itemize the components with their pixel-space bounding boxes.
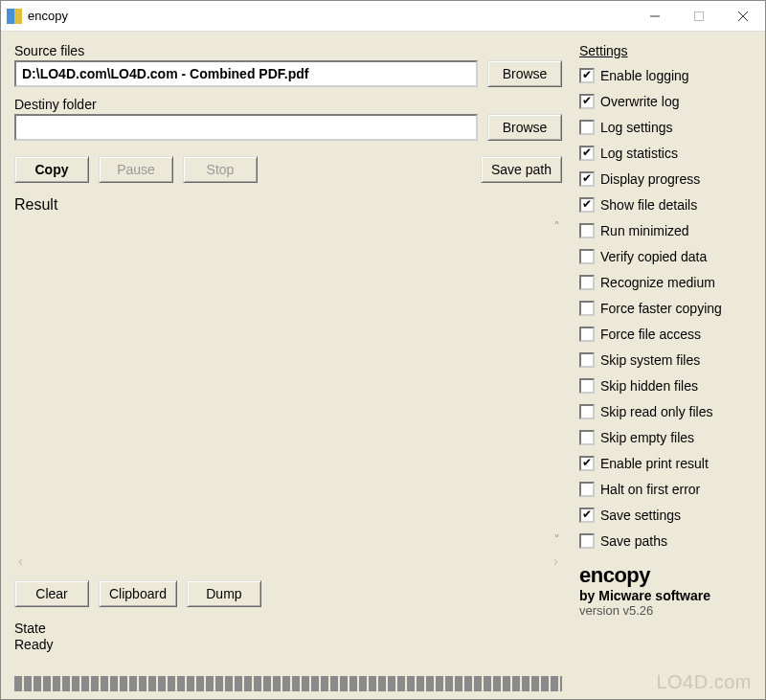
checkbox-icon[interactable] xyxy=(579,146,595,161)
setting-label: Halt on first error xyxy=(600,482,700,497)
setting-skip-read-only-files[interactable]: Skip read only files xyxy=(579,398,752,424)
settings-header: Settings xyxy=(579,43,752,58)
maximize-button xyxy=(677,1,721,32)
minimize-button[interactable] xyxy=(633,1,677,32)
clear-button[interactable]: Clear xyxy=(14,580,89,607)
setting-label: Force file access xyxy=(600,327,701,342)
titlebar: encopy xyxy=(1,1,765,32)
state-value: Ready xyxy=(14,637,562,652)
setting-label: Save settings xyxy=(600,508,681,523)
setting-show-file-details[interactable]: Show file details xyxy=(579,192,752,217)
setting-skip-empty-files[interactable]: Skip empty files xyxy=(579,424,752,450)
checkbox-icon[interactable] xyxy=(579,508,595,523)
setting-label: Display progress xyxy=(600,171,700,187)
close-button[interactable] xyxy=(721,1,765,32)
stop-button: Stop xyxy=(183,156,258,183)
setting-label: Skip hidden files xyxy=(600,378,698,394)
right-panel: Settings Enable loggingOverwrite logLog … xyxy=(579,43,752,691)
setting-halt-on-first-error[interactable]: Halt on first error xyxy=(579,476,752,502)
setting-label: Log statistics xyxy=(600,146,678,161)
clipboard-button[interactable]: Clipboard xyxy=(99,580,177,607)
checkbox-icon[interactable] xyxy=(579,120,595,135)
setting-force-faster-copying[interactable]: Force faster copying xyxy=(579,295,752,321)
setting-label: Run minimized xyxy=(600,223,689,238)
setting-force-file-access[interactable]: Force file access xyxy=(579,321,752,347)
destiny-folder-label: Destiny folder xyxy=(14,97,562,112)
result-box[interactable]: ˄ ˅ xyxy=(14,215,562,552)
pause-button: Pause xyxy=(99,156,173,183)
action-row: Copy Pause Stop Save path xyxy=(14,156,562,183)
result-buttons: Clear Clipboard Dump xyxy=(14,580,562,607)
checkbox-icon[interactable] xyxy=(579,352,595,368)
setting-save-settings[interactable]: Save settings xyxy=(579,502,752,528)
close-icon xyxy=(738,11,748,21)
content-area: Source files Browse Destiny folder Brows… xyxy=(1,32,765,699)
scroll-left-icon[interactable]: ‹ xyxy=(18,553,23,569)
checkbox-icon[interactable] xyxy=(579,533,595,549)
checkbox-icon[interactable] xyxy=(579,94,595,109)
setting-save-paths[interactable]: Save paths xyxy=(579,528,752,553)
setting-display-progress[interactable]: Display progress xyxy=(579,166,752,192)
checkbox-icon[interactable] xyxy=(579,404,595,419)
checkbox-icon[interactable] xyxy=(579,68,595,83)
setting-label: Save paths xyxy=(600,533,667,549)
setting-label: Force faster copying xyxy=(600,301,722,316)
app-icon xyxy=(7,9,22,24)
setting-label: Verify copied data xyxy=(600,249,707,264)
dump-button[interactable]: Dump xyxy=(187,580,261,607)
setting-run-minimized[interactable]: Run minimized xyxy=(579,217,752,243)
checkbox-icon[interactable] xyxy=(579,197,595,213)
brand-company: by Micware software xyxy=(579,588,752,603)
setting-recognize-medium[interactable]: Recognize medium xyxy=(579,269,752,295)
checkbox-icon[interactable] xyxy=(579,430,595,445)
setting-label: Log settings xyxy=(600,120,673,135)
svg-rect-1 xyxy=(695,11,704,20)
checkbox-icon[interactable] xyxy=(579,301,595,316)
scroll-up-icon[interactable]: ˄ xyxy=(553,219,560,235)
browse-source-button[interactable]: Browse xyxy=(487,60,562,87)
checkbox-icon[interactable] xyxy=(579,456,595,471)
setting-overwrite-log[interactable]: Overwrite log xyxy=(579,88,752,114)
setting-label: Overwrite log xyxy=(600,94,679,109)
checkbox-icon[interactable] xyxy=(579,378,595,394)
brand-block: encopy by Micware software version v5.26 xyxy=(579,563,752,618)
horizontal-scroll: ‹ › xyxy=(14,552,562,571)
brand-version: version v5.26 xyxy=(579,603,752,618)
setting-label: Recognize medium xyxy=(600,275,715,290)
browse-destiny-button[interactable]: Browse xyxy=(487,114,562,141)
progress-bar xyxy=(14,676,562,691)
destiny-row: Browse xyxy=(14,114,562,141)
scroll-down-icon[interactable]: ˅ xyxy=(553,532,560,548)
titlebar-left: encopy xyxy=(7,9,68,24)
checkbox-icon[interactable] xyxy=(579,171,595,187)
setting-label: Skip read only files xyxy=(600,404,713,419)
app-window: encopy Source files Browse Destiny folde… xyxy=(0,0,766,700)
source-files-input[interactable] xyxy=(14,60,478,87)
result-area: ˄ ˅ ‹ › Clear Clipboard Dump State Ready xyxy=(14,215,562,691)
source-row: Browse xyxy=(14,60,562,87)
setting-enable-logging[interactable]: Enable logging xyxy=(579,62,752,88)
settings-list: Enable loggingOverwrite logLog settingsL… xyxy=(579,62,752,553)
checkbox-icon[interactable] xyxy=(579,249,595,264)
scroll-right-icon[interactable]: › xyxy=(553,553,558,569)
setting-skip-hidden-files[interactable]: Skip hidden files xyxy=(579,373,752,398)
setting-skip-system-files[interactable]: Skip system files xyxy=(579,347,752,373)
checkbox-icon[interactable] xyxy=(579,482,595,497)
setting-label: Skip empty files xyxy=(600,430,694,445)
setting-log-settings[interactable]: Log settings xyxy=(579,114,752,140)
copy-button[interactable]: Copy xyxy=(14,156,89,183)
setting-enable-print-result[interactable]: Enable print result xyxy=(579,450,752,476)
setting-log-statistics[interactable]: Log statistics xyxy=(579,140,752,166)
setting-label: Show file details xyxy=(600,197,697,213)
checkbox-icon[interactable] xyxy=(579,275,595,290)
maximize-icon xyxy=(694,11,704,21)
setting-label: Enable print result xyxy=(600,456,709,471)
left-panel: Source files Browse Destiny folder Brows… xyxy=(14,43,562,691)
save-path-button[interactable]: Save path xyxy=(481,156,562,183)
setting-verify-copied-data[interactable]: Verify copied data xyxy=(579,243,752,269)
state-label: State xyxy=(14,621,562,636)
destiny-folder-input[interactable] xyxy=(14,114,478,141)
checkbox-icon[interactable] xyxy=(579,327,595,342)
setting-label: Enable logging xyxy=(600,68,689,83)
checkbox-icon[interactable] xyxy=(579,223,595,238)
